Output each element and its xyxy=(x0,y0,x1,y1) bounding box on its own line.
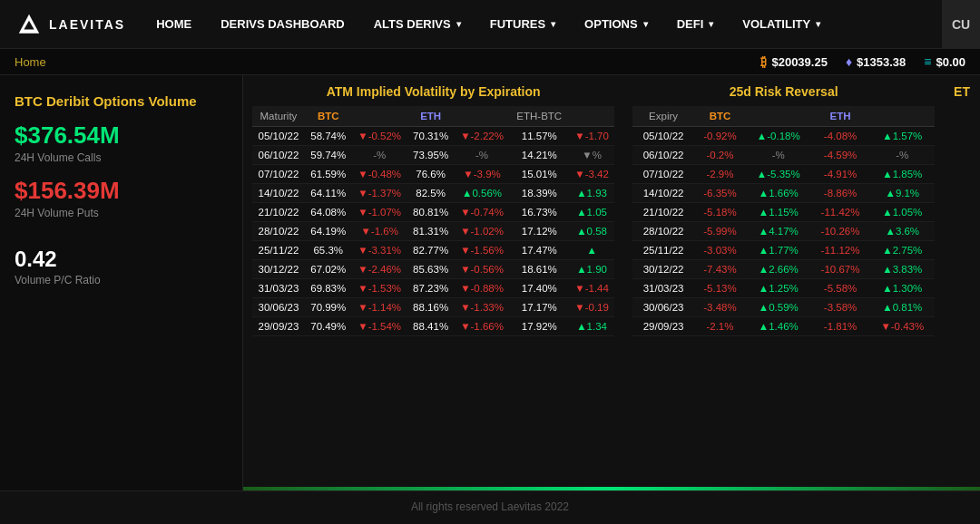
rr-row: 30/12/22 -7.43% ▲2.66% -10.67% ▲3.83% xyxy=(632,260,935,279)
atm-eth-chg: ▼-0.56% xyxy=(455,260,510,279)
atm-btc-chg: -% xyxy=(352,146,407,165)
atm-eth-btc-chg: ▲ xyxy=(569,241,614,260)
btc-icon: ₿ xyxy=(760,54,767,69)
breadcrumb-home[interactable]: Home xyxy=(15,55,46,69)
atm-btc: 64.19% xyxy=(305,222,352,241)
atm-eth-btc-chg: ▲0.58 xyxy=(569,222,614,241)
rr-row: 30/06/23 -3.48% ▲0.59% -3.58% ▲0.81% xyxy=(632,298,935,317)
calls-section: $376.54M 24H Volume Calls xyxy=(15,121,228,164)
pc-ratio-section: 0.42 Volume P/C Ratio xyxy=(15,247,228,286)
rr-eth: -4.08% xyxy=(810,127,869,146)
rr-table: Expiry BTC ETH 05/10/22 -0.92% ▲-0.18% -… xyxy=(632,106,935,336)
atm-eth-chg: -% xyxy=(455,146,510,165)
atm-eth-chg: ▼-1.56% xyxy=(455,241,510,260)
atm-maturity: 06/10/22 xyxy=(252,146,305,165)
rr-btc: -5.99% xyxy=(694,222,746,241)
nav-volatility[interactable]: VOLATILITY xyxy=(728,0,835,48)
atm-btc-chg: ▼-1.53% xyxy=(352,279,407,298)
rr-eth: -4.91% xyxy=(810,165,869,184)
rr-expiry: 28/10/22 xyxy=(632,222,694,241)
rr-row: 25/11/22 -3.03% ▲1.77% -11.12% ▲2.75% xyxy=(632,241,935,260)
atm-eth: 88.16% xyxy=(407,298,455,317)
col-eth-btc: ETH-BTC xyxy=(510,106,569,127)
atm-btc-chg: ▼-3.31% xyxy=(352,241,407,260)
rr-btc: -2.1% xyxy=(694,317,746,336)
atm-eth-chg: ▼-3.9% xyxy=(455,165,510,184)
sol-price-item: ≡ $0.00 xyxy=(924,54,965,69)
atm-title: ATM Implied Volatility by Expiration xyxy=(252,84,614,99)
eth-icon: ♦ xyxy=(846,54,852,69)
col-rr-btc: BTC xyxy=(694,106,746,127)
atm-btc-chg: ▼-1.37% xyxy=(352,184,407,203)
atm-eth-btc-chg: ▲1.05 xyxy=(569,203,614,222)
nav-options[interactable]: OPTIONS xyxy=(570,0,662,48)
nav-derivs-dashboard[interactable]: DERIVS DASHBOARD xyxy=(206,0,359,48)
rr-row: 28/10/22 -5.99% ▲4.17% -10.26% ▲3.6% xyxy=(632,222,935,241)
rr-btc: -7.43% xyxy=(694,260,746,279)
puts-section: $156.39M 24H Volume Puts xyxy=(15,177,228,219)
rr-eth-chg: ▲1.57% xyxy=(870,127,935,146)
atm-row: 25/11/22 65.3% ▼-3.31% 82.77% ▼-1.56% 17… xyxy=(252,241,614,260)
col-eth: ETH xyxy=(407,106,455,127)
rr-eth: -11.42% xyxy=(810,203,869,222)
eth-price-item: ♦ $1353.38 xyxy=(846,54,906,69)
col-btc-chg xyxy=(352,106,407,127)
main-content: BTC Deribit Options Volume $376.54M 24H … xyxy=(0,75,980,490)
nav-cu[interactable]: CU xyxy=(942,0,980,49)
rr-eth: -10.26% xyxy=(810,222,869,241)
atm-maturity: 25/11/22 xyxy=(252,241,305,260)
atm-btc: 67.02% xyxy=(305,260,352,279)
nav-home[interactable]: HOME xyxy=(142,0,206,48)
rr-row: 07/10/22 -2.9% ▲-5.35% -4.91% ▲1.85% xyxy=(632,165,935,184)
rr-expiry: 25/11/22 xyxy=(632,241,694,260)
atm-section: ATM Implied Volatility by Expiration Mat… xyxy=(243,75,623,487)
footer-text: All rights reserved Laevitas 2022 xyxy=(411,500,569,513)
atm-btc: 64.11% xyxy=(305,184,352,203)
rr-btc: -0.2% xyxy=(694,146,746,165)
rr-row: 06/10/22 -0.2% -% -4.59% -% xyxy=(632,146,935,165)
col-eth-btc-chg xyxy=(569,106,614,127)
calls-value: $376.54M xyxy=(15,121,228,150)
atm-maturity: 07/10/22 xyxy=(252,165,305,184)
atm-eth: 76.6% xyxy=(407,165,455,184)
rr-eth-chg: ▼-0.43% xyxy=(870,317,935,336)
rr-title: 25d Risk Reversal xyxy=(632,84,935,99)
rr-btc-chg: ▲1.25% xyxy=(746,279,810,298)
atm-btc-chg: ▼-1.54% xyxy=(352,317,407,336)
rr-eth-chg: ▲1.30% xyxy=(870,279,935,298)
nav-alts-derivs[interactable]: ALTS DERIVS xyxy=(359,0,475,48)
atm-maturity: 14/10/22 xyxy=(252,184,305,203)
rr-btc: -5.13% xyxy=(694,279,746,298)
atm-eth: 85.63% xyxy=(407,260,455,279)
atm-eth-btc: 16.73% xyxy=(510,203,569,222)
rr-eth-chg: -% xyxy=(870,146,935,165)
atm-eth: 82.77% xyxy=(407,241,455,260)
col-maturity: Maturity xyxy=(252,106,305,127)
atm-eth-btc-chg: ▲1.90 xyxy=(569,260,614,279)
atm-eth-btc-chg: ▼% xyxy=(569,146,614,165)
atm-btc: 61.59% xyxy=(305,165,352,184)
atm-maturity: 21/10/22 xyxy=(252,203,305,222)
atm-eth-btc: 17.40% xyxy=(510,279,569,298)
rr-btc-chg: ▲-0.18% xyxy=(746,127,810,146)
nav-defi[interactable]: DEFI xyxy=(662,0,729,48)
col-rr-btc-chg xyxy=(746,106,810,127)
atm-row: 06/10/22 59.74% -% 73.95% -% 14.21% ▼% xyxy=(252,146,614,165)
atm-eth-chg: ▼-2.22% xyxy=(455,127,510,146)
atm-eth-btc-chg: ▲1.93 xyxy=(569,184,614,203)
atm-eth-btc: 11.57% xyxy=(510,127,569,146)
rr-btc: -3.48% xyxy=(694,298,746,317)
rr-row: 29/09/23 -2.1% ▲1.46% -1.81% ▼-0.43% xyxy=(632,317,935,336)
atm-maturity: 30/06/23 xyxy=(252,298,305,317)
rr-row: 14/10/22 -6.35% ▲1.66% -8.86% ▲9.1% xyxy=(632,184,935,203)
rr-expiry: 31/03/23 xyxy=(632,279,694,298)
atm-table: Maturity BTC ETH ETH-BTC 05/10/22 58.74%… xyxy=(252,106,614,336)
atm-btc: 59.74% xyxy=(305,146,352,165)
atm-btc-chg: ▼-1.07% xyxy=(352,203,407,222)
nav-futures[interactable]: FUTURES xyxy=(475,0,570,48)
logo[interactable]: LAEVITAS xyxy=(0,12,142,37)
atm-eth-btc-chg: ▼-1.44 xyxy=(569,279,614,298)
atm-maturity: 31/03/23 xyxy=(252,279,305,298)
atm-eth-btc: 18.61% xyxy=(510,260,569,279)
atm-eth-btc: 17.17% xyxy=(510,298,569,317)
